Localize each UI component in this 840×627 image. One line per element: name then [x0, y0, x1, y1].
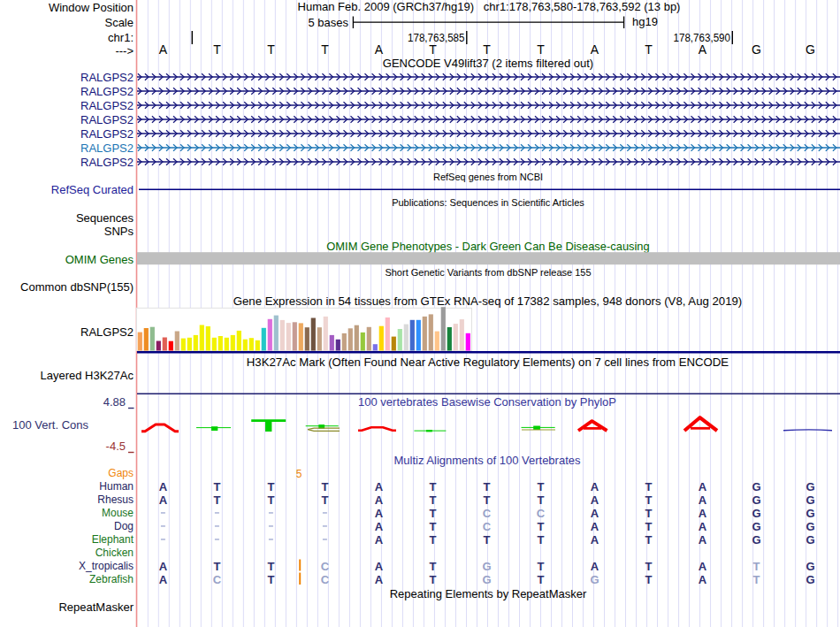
svg-text:A: A	[375, 42, 384, 57]
svg-text:C: C	[483, 507, 492, 520]
svg-text:T: T	[538, 480, 545, 493]
svg-text:A: A	[591, 520, 599, 533]
svg-text:T: T	[645, 480, 653, 493]
svg-text:T: T	[430, 560, 437, 573]
svg-text:T: T	[322, 493, 329, 507]
svg-text:A: A	[591, 533, 599, 547]
svg-text:T: T	[214, 560, 221, 573]
svg-text:T: T	[430, 520, 437, 533]
svg-text:A: A	[591, 42, 599, 57]
svg-text:RALGPS2: RALGPS2	[80, 127, 134, 141]
svg-text:G: G	[806, 42, 815, 57]
svg-text:G: G	[806, 520, 814, 533]
svg-text:T: T	[321, 42, 329, 57]
svg-text:G: G	[752, 520, 760, 533]
svg-text:Elephant: Elephant	[92, 533, 134, 546]
svg-text:Sequences: Sequences	[76, 211, 134, 225]
svg-text:T: T	[538, 520, 545, 533]
svg-text:T: T	[645, 520, 653, 533]
svg-text:Window Position: Window Position	[49, 1, 134, 14]
svg-text:A: A	[699, 480, 707, 493]
svg-text:A: A	[159, 560, 168, 573]
svg-text:T: T	[538, 573, 545, 586]
svg-text:Rhesus: Rhesus	[97, 493, 134, 506]
svg-text:A: A	[699, 507, 707, 520]
svg-text:A: A	[159, 493, 168, 507]
svg-text:Repeating Elements by RepeatMa: Repeating Elements by RepeatMasker	[390, 587, 587, 600]
svg-text:RALGPS2: RALGPS2	[80, 325, 134, 339]
svg-text:A: A	[699, 573, 707, 586]
svg-text:A: A	[591, 560, 599, 573]
svg-text:GENCODE V49lift37 (2 items fil: GENCODE V49lift37 (2 items filtered out)	[383, 57, 593, 70]
svg-text:A: A	[375, 480, 384, 493]
svg-text:X_tropicalis: X_tropicalis	[79, 560, 134, 572]
svg-text:A: A	[159, 480, 168, 493]
svg-text:A: A	[375, 493, 384, 507]
svg-text:Chicken: Chicken	[95, 547, 134, 559]
svg-text:T: T	[645, 533, 653, 547]
svg-text:A: A	[699, 42, 707, 57]
svg-text:A: A	[699, 560, 707, 573]
svg-text:RALGPS2: RALGPS2	[80, 141, 134, 155]
svg-text:G: G	[752, 533, 760, 547]
svg-text:T: T	[645, 42, 653, 57]
svg-text:OMIM Genes: OMIM Genes	[65, 253, 134, 266]
svg-text:Mouse: Mouse	[102, 507, 134, 519]
svg-text:A: A	[699, 520, 707, 533]
svg-text:A: A	[699, 533, 707, 547]
svg-text:100 Vert. Cons: 100 Vert. Cons	[12, 418, 88, 432]
svg-text:Zebrafish: Zebrafish	[89, 573, 134, 585]
svg-text:-4.5: -4.5	[106, 440, 126, 453]
svg-text:RALGPS2: RALGPS2	[80, 156, 134, 169]
svg-text:RALGPS2: RALGPS2	[80, 113, 134, 126]
svg-text:T: T	[322, 480, 329, 493]
svg-text:Scale: Scale	[104, 16, 134, 29]
svg-text:T: T	[214, 480, 221, 493]
svg-text:Common dbSNP(155): Common dbSNP(155)	[20, 280, 134, 294]
svg-text:5 bases: 5 bases	[308, 16, 348, 29]
svg-text:4.88: 4.88	[103, 395, 126, 409]
svg-text:chr1:: chr1:	[108, 31, 134, 44]
svg-text:A: A	[375, 573, 384, 586]
svg-text:Short Genetic Variants from db: Short Genetic Variants from dbSNP releas…	[385, 267, 591, 278]
svg-text:RepeatMasker: RepeatMasker	[58, 600, 134, 614]
svg-text:Human Feb. 2009 (GRCh37/hg19): Human Feb. 2009 (GRCh37/hg19) chr1:178,7…	[298, 0, 681, 13]
svg-text:T: T	[483, 42, 491, 57]
svg-text:--->: --->	[115, 44, 134, 57]
svg-text:A: A	[375, 520, 384, 533]
svg-text:Dog: Dog	[114, 520, 134, 532]
svg-text:G: G	[752, 507, 760, 520]
svg-text:T: T	[268, 560, 275, 573]
svg-text:T: T	[484, 533, 491, 547]
svg-text:G: G	[752, 42, 761, 57]
svg-text:RALGPS2: RALGPS2	[80, 71, 134, 84]
svg-text:T: T	[430, 507, 437, 520]
svg-text:Human: Human	[99, 480, 134, 493]
svg-text:T: T	[430, 573, 437, 586]
svg-text:T: T	[645, 560, 653, 573]
svg-text:T: T	[753, 573, 760, 586]
svg-text:G: G	[806, 573, 814, 586]
svg-text:C: C	[483, 520, 492, 533]
svg-text:G: G	[806, 493, 814, 507]
svg-text:T: T	[430, 493, 437, 507]
svg-text:T: T	[484, 480, 491, 493]
svg-text:T: T	[537, 42, 545, 57]
svg-text:G: G	[752, 480, 760, 493]
svg-text:T: T	[429, 42, 437, 57]
svg-text:C: C	[321, 573, 330, 586]
svg-text:T: T	[538, 533, 545, 547]
svg-text:A: A	[699, 493, 707, 507]
svg-text:SNPs: SNPs	[104, 225, 134, 238]
svg-text:A: A	[375, 507, 384, 520]
svg-text:T: T	[645, 493, 653, 507]
svg-text:G: G	[482, 560, 491, 573]
svg-text:Publications: Sequences in Sci: Publications: Sequences in Scientific Ar…	[392, 197, 584, 208]
svg-text:A: A	[159, 42, 168, 57]
svg-text:A: A	[591, 480, 599, 493]
svg-text:A: A	[375, 533, 384, 547]
svg-text:T: T	[214, 493, 221, 507]
svg-text:T: T	[753, 560, 760, 573]
svg-text:G: G	[806, 480, 814, 493]
svg-text:A: A	[159, 573, 168, 586]
